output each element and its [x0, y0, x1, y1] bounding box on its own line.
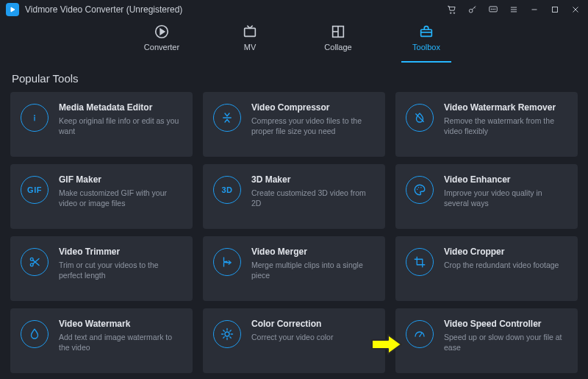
- tool-card-3d-maker[interactable]: 3D 3D Maker Create customized 3D video f…: [203, 164, 385, 229]
- card-body: Video Cropper Crop the redundant video f…: [444, 247, 569, 270]
- gif-icon: GIF: [21, 176, 49, 204]
- sun-icon: [213, 320, 241, 348]
- scissors-icon: [21, 248, 49, 276]
- card-desc: Create customized 3D video from 2D: [251, 188, 376, 208]
- tool-card-video-compressor[interactable]: Video Compressor Compress your video fil…: [203, 92, 385, 157]
- card-desc: Speed up or slow down your file at ease: [444, 332, 569, 353]
- svg-point-44: [419, 336, 420, 337]
- card-desc: Add text and image watermark to the vide…: [59, 332, 184, 353]
- card-title: Color Correction: [251, 319, 376, 329]
- card-body: Media Metadata Editor Keep original file…: [59, 102, 184, 136]
- key-icon[interactable]: [467, 4, 478, 15]
- nav-label: Toolbox: [412, 43, 440, 52]
- app-title: Vidmore Video Converter (Unregistered): [25, 4, 182, 15]
- card-desc: Make customized GIF with your video or i…: [59, 188, 184, 208]
- main-nav: Converter MV Collage Toolbox: [0, 19, 588, 62]
- svg-point-23: [34, 115, 35, 116]
- app-logo: [6, 3, 19, 16]
- feedback-icon[interactable]: [488, 4, 498, 15]
- svg-point-2: [453, 13, 455, 14]
- svg-rect-17: [245, 28, 256, 36]
- card-title: Media Metadata Editor: [59, 102, 184, 113]
- card-body: Video Compressor Compress your video fil…: [251, 102, 376, 136]
- section-title: Popular Tools: [0, 62, 588, 89]
- nav-converter[interactable]: Converter: [140, 24, 184, 61]
- nav-mv[interactable]: MV: [228, 24, 272, 61]
- svg-point-6: [493, 9, 494, 10]
- card-title: Video Watermark Remover: [444, 102, 569, 113]
- merge-icon: [213, 248, 241, 276]
- svg-line-43: [420, 333, 422, 337]
- card-body: Video Trimmer Trim or cut your videos to…: [59, 247, 184, 280]
- tool-card-gif-maker[interactable]: GIF GIF Maker Make customized GIF with y…: [10, 164, 193, 229]
- card-desc: Correct your video color: [251, 332, 376, 342]
- minimize-button[interactable]: [529, 4, 539, 15]
- tool-card-video-watermark-remover[interactable]: Video Watermark Remover Remove the water…: [395, 92, 578, 157]
- card-title: Video Trimmer: [59, 247, 184, 257]
- card-title: Video Compressor: [251, 102, 376, 113]
- card-title: Video Enhancer: [444, 174, 569, 185]
- svg-point-1: [450, 13, 451, 14]
- tool-card-video-speed-controller[interactable]: Video Speed Controller Speed up or slow …: [395, 308, 578, 373]
- card-title: 3D Maker: [251, 174, 376, 185]
- cart-icon[interactable]: [447, 4, 457, 15]
- svg-line-40: [230, 337, 232, 339]
- card-desc: Compress your video files to the proper …: [251, 116, 376, 136]
- card-desc: Trim or cut your videos to the perfect l…: [59, 260, 184, 280]
- svg-line-41: [223, 337, 225, 339]
- card-title: Video Cropper: [444, 247, 569, 257]
- palette-icon: [406, 176, 434, 204]
- card-desc: Merge multiple clips into a single piece: [251, 260, 376, 280]
- droplet-icon: [21, 320, 49, 348]
- tool-card-video-trimmer[interactable]: Video Trimmer Trim or cut your videos to…: [10, 236, 193, 301]
- card-title: Video Watermark: [59, 319, 184, 329]
- gauge-icon: [406, 320, 434, 348]
- svg-point-29: [420, 187, 422, 188]
- card-desc: Remove the watermark from the video flex…: [444, 116, 569, 136]
- tool-card-video-watermark[interactable]: Video Watermark Add text and image water…: [10, 308, 193, 373]
- card-desc: Keep original file info or edit as you w…: [59, 116, 184, 136]
- menu-icon[interactable]: [509, 4, 519, 15]
- wmremove-icon: [406, 104, 434, 132]
- svg-point-3: [469, 9, 473, 13]
- maximize-button[interactable]: [550, 4, 560, 15]
- nav-label: Converter: [144, 43, 179, 52]
- card-body: Video Enhancer Improve your video qualit…: [444, 174, 569, 208]
- card-desc: Crop the redundant video footage: [444, 260, 569, 270]
- svg-line-39: [223, 330, 225, 332]
- card-body: Video Speed Controller Speed up or slow …: [444, 319, 569, 353]
- tool-card-video-merger[interactable]: Video Merger Merge multiple clips into a…: [203, 236, 385, 301]
- close-button[interactable]: [570, 4, 581, 15]
- svg-line-42: [230, 330, 232, 332]
- nav-label: Collage: [324, 43, 351, 52]
- svg-point-28: [418, 187, 420, 188]
- tool-card-color-correction[interactable]: Color Correction Correct your video colo…: [203, 308, 385, 373]
- svg-marker-16: [160, 29, 165, 34]
- card-desc: Improve your video quality in several wa…: [444, 188, 569, 208]
- svg-point-34: [225, 332, 229, 336]
- svg-rect-21: [421, 29, 432, 36]
- card-title: Video Merger: [251, 247, 376, 257]
- tool-card-video-cropper[interactable]: Video Cropper Crop the redundant video f…: [395, 236, 578, 301]
- svg-point-5: [491, 9, 492, 10]
- svg-point-27: [417, 189, 418, 191]
- tool-card-video-enhancer[interactable]: Video Enhancer Improve your video qualit…: [395, 164, 578, 229]
- tool-card-media-metadata-editor[interactable]: Media Metadata Editor Keep original file…: [10, 92, 193, 157]
- card-title: GIF Maker: [59, 174, 184, 185]
- nav-collage[interactable]: Collage: [316, 24, 360, 61]
- tools-grid: Media Metadata Editor Keep original file…: [0, 89, 588, 373]
- 3d-icon: 3D: [213, 176, 241, 204]
- nav-toolbox[interactable]: Toolbox: [404, 24, 448, 61]
- svg-point-7: [495, 9, 495, 10]
- card-body: Video Watermark Remover Remove the water…: [444, 102, 569, 136]
- crop-icon: [406, 248, 434, 276]
- window-controls: [447, 4, 585, 15]
- info-icon: [21, 104, 49, 132]
- card-body: Color Correction Correct your video colo…: [251, 319, 376, 342]
- svg-rect-12: [553, 7, 558, 13]
- card-body: Video Merger Merge multiple clips into a…: [251, 247, 376, 280]
- card-title: Video Speed Controller: [444, 319, 569, 329]
- card-body: 3D Maker Create customized 3D video from…: [251, 174, 376, 208]
- titlebar: Vidmore Video Converter (Unregistered): [0, 0, 588, 19]
- svg-marker-0: [11, 7, 15, 12]
